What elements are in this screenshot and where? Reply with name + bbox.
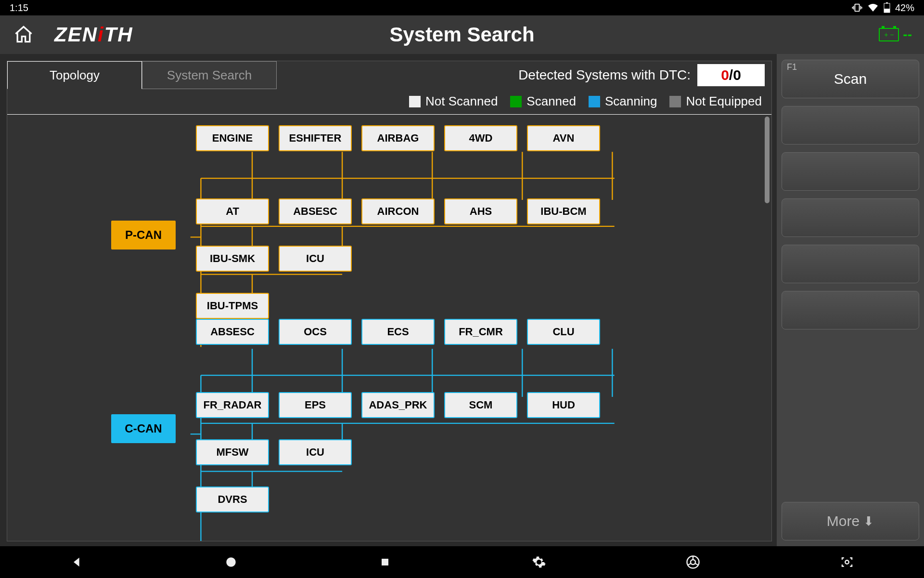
recents-button[interactable]: [373, 551, 397, 574]
node-avn[interactable]: AVN: [527, 125, 600, 151]
svg-rect-6: [886, 2, 888, 3]
dtc-label: Detected Systems with DTC:: [518, 67, 691, 83]
legend: Not Scanned Scanned Scanning Not Equippe…: [7, 89, 771, 115]
node-engine[interactable]: ENGINE: [196, 125, 269, 151]
svg-point-51: [845, 560, 849, 564]
svg-rect-0: [855, 4, 859, 12]
rail-slot-5[interactable]: [782, 245, 919, 283]
node-scm[interactable]: SCM: [444, 392, 517, 418]
node-ocs[interactable]: OCS: [279, 319, 352, 345]
battery-icon: [884, 2, 890, 13]
svg-rect-7: [884, 9, 890, 13]
node-4wd[interactable]: 4WD: [444, 125, 517, 151]
home-nav-button[interactable]: [219, 551, 243, 574]
node-absesc-c[interactable]: ABSESC: [196, 319, 269, 345]
svg-line-50: [695, 564, 699, 565]
chrome-nav-button[interactable]: [681, 551, 705, 574]
node-absesc-p[interactable]: ABSESC: [279, 198, 352, 224]
node-ecs[interactable]: ECS: [361, 319, 435, 345]
right-rail: F1 Scan More ⬇: [777, 54, 924, 546]
rail-slot-3[interactable]: [782, 152, 919, 191]
node-ibu-bcm[interactable]: IBU-BCM: [527, 198, 600, 224]
swatch-scanning: [589, 96, 600, 107]
rail-slot-2[interactable]: [782, 106, 919, 144]
arrow-down-icon: ⬇: [863, 514, 874, 529]
swatch-not-equipped: [669, 96, 681, 107]
home-button[interactable]: [12, 23, 35, 46]
tab-row: Topology System Search Detected Systems …: [7, 61, 771, 89]
vibrate-icon: [852, 2, 862, 13]
node-ibu-smk[interactable]: IBU-SMK: [196, 246, 269, 272]
node-airbag[interactable]: AIRBAG: [361, 125, 435, 151]
bus-ccan[interactable]: C-CAN: [111, 414, 176, 443]
node-mfsw[interactable]: MFSW: [196, 439, 269, 465]
more-button[interactable]: More ⬇: [782, 502, 919, 540]
voltage-value: --: [903, 27, 912, 42]
tab-topology[interactable]: Topology: [7, 61, 142, 89]
f1-label: F1: [787, 62, 797, 72]
node-at[interactable]: AT: [196, 198, 269, 224]
node-icu-p[interactable]: ICU: [279, 246, 352, 272]
status-bar: 1:15 42%: [0, 0, 924, 15]
logo: ZENiTH: [54, 23, 133, 46]
node-adas-prk[interactable]: ADAS_PRK: [361, 392, 435, 418]
app-header: ZENiTH System Search + − --: [0, 15, 924, 54]
car-battery-icon: + −: [879, 28, 899, 41]
dtc-counter: 0 / 0: [697, 64, 765, 86]
node-icu-c[interactable]: ICU: [279, 439, 352, 465]
node-hud[interactable]: HUD: [527, 392, 600, 418]
node-eps[interactable]: EPS: [279, 392, 352, 418]
tab-system-search[interactable]: System Search: [142, 61, 277, 89]
swatch-scanned: [510, 96, 522, 107]
svg-point-44: [226, 557, 236, 567]
node-dvrs[interactable]: DVRS: [196, 486, 269, 512]
settings-nav-button[interactable]: [527, 551, 551, 574]
main-panel: Topology System Search Detected Systems …: [7, 61, 772, 541]
node-ahs[interactable]: AHS: [444, 198, 517, 224]
node-aircon[interactable]: AIRCON: [361, 198, 435, 224]
node-clu[interactable]: CLU: [527, 319, 600, 345]
android-nav-bar: [0, 546, 924, 578]
swatch-not-scanned: [409, 96, 421, 107]
page-title: System Search: [389, 23, 534, 46]
rail-slot-4[interactable]: [782, 198, 919, 237]
wifi-icon: [867, 3, 879, 13]
svg-rect-45: [382, 559, 388, 565]
vehicle-battery-indicator: + − --: [879, 27, 912, 42]
status-right: 42%: [852, 2, 914, 13]
node-ibu-tpms[interactable]: IBU-TPMS: [196, 293, 269, 319]
node-eshifter[interactable]: ESHIFTER: [279, 125, 352, 151]
back-button[interactable]: [65, 551, 89, 574]
status-time: 1:15: [10, 2, 28, 13]
bus-pcan[interactable]: P-CAN: [111, 221, 176, 250]
node-fr-cmr[interactable]: FR_CMR: [444, 319, 517, 345]
node-fr-radar[interactable]: FR_RADAR: [196, 392, 269, 418]
scan-button[interactable]: F1 Scan: [782, 60, 919, 98]
svg-line-49: [688, 564, 692, 565]
topology-canvas[interactable]: P-CAN ENGINE ESHIFTER AIRBAG 4WD AVN AT …: [7, 114, 771, 541]
screenshot-button[interactable]: [835, 551, 859, 574]
rail-slot-6[interactable]: [782, 291, 919, 329]
battery-pct: 42%: [895, 2, 914, 13]
